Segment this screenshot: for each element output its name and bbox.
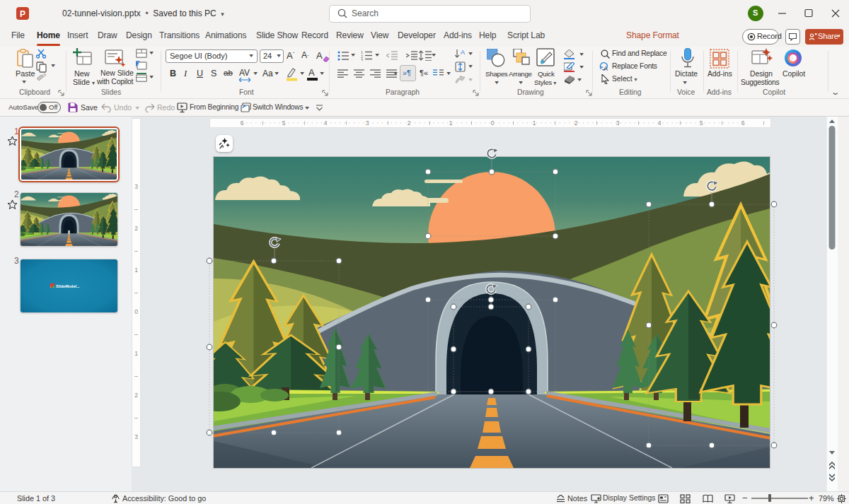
svg-text:3: 3 [361,58,363,61]
svg-text:P: P [20,9,25,19]
svg-text:A: A [603,65,608,71]
svg-text:A: A [461,49,465,56]
svg-text:SlideModel...: SlideModel... [56,284,80,288]
